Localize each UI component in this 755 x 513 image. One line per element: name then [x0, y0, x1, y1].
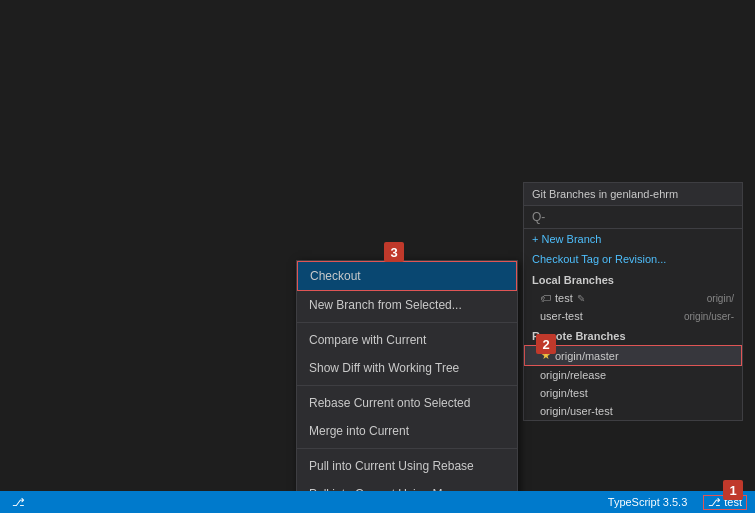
- menu-item-pull-rebase[interactable]: Pull into Current Using Rebase: [297, 452, 517, 480]
- step-badge-3: 3: [384, 242, 404, 262]
- branch-test[interactable]: 🏷 test ✎ origin/: [524, 289, 742, 307]
- branch-badge-icon: ⎇: [708, 496, 721, 509]
- new-branch-action[interactable]: + New Branch: [524, 229, 742, 249]
- branch-origin-master[interactable]: ★ origin/master: [524, 345, 742, 366]
- local-branches-header: Local Branches: [524, 271, 742, 289]
- menu-item-rebase[interactable]: Rebase Current onto Selected: [297, 389, 517, 417]
- checkout-tag-action[interactable]: Checkout Tag or Revision...: [524, 249, 742, 269]
- git-panel-title: Git Branches in genland-ehrm: [524, 183, 742, 206]
- menu-item-checkout[interactable]: Checkout: [297, 261, 517, 291]
- status-bar: ⎇ TypeScript 3.5.3 ⎇ test: [0, 491, 755, 513]
- branch-user-test[interactable]: user-test origin/user-: [524, 307, 742, 325]
- git-branches-panel: Git Branches in genland-ehrm Q- + New Br…: [523, 182, 743, 421]
- typescript-version[interactable]: TypeScript 3.5.3: [604, 496, 692, 508]
- menu-item-compare[interactable]: Compare with Current: [297, 326, 517, 354]
- git-panel-search[interactable]: Q-: [524, 206, 742, 229]
- remote-branches-header: Remote Branches: [524, 327, 742, 345]
- menu-separator-1: [297, 322, 517, 323]
- step-badge-1: 1: [723, 480, 743, 500]
- branch-origin-user-test[interactable]: origin/user-test: [524, 402, 742, 420]
- step-badge-2: 2: [536, 334, 556, 354]
- menu-item-merge[interactable]: Merge into Current: [297, 417, 517, 445]
- tag-icon: 🏷: [540, 292, 551, 304]
- branch-origin-release[interactable]: origin/release: [524, 366, 742, 384]
- menu-separator-2: [297, 385, 517, 386]
- menu-separator-3: [297, 448, 517, 449]
- branch-origin-test[interactable]: origin/test: [524, 384, 742, 402]
- menu-item-new-branch[interactable]: New Branch from Selected...: [297, 291, 517, 319]
- context-menu: Checkout New Branch from Selected... Com…: [296, 260, 518, 513]
- edit-icon: ✎: [577, 293, 585, 304]
- menu-item-show-diff[interactable]: Show Diff with Working Tree: [297, 354, 517, 382]
- status-branch[interactable]: ⎇: [8, 496, 29, 509]
- search-icon: Q-: [532, 210, 545, 224]
- branch-icon: ⎇: [12, 496, 25, 509]
